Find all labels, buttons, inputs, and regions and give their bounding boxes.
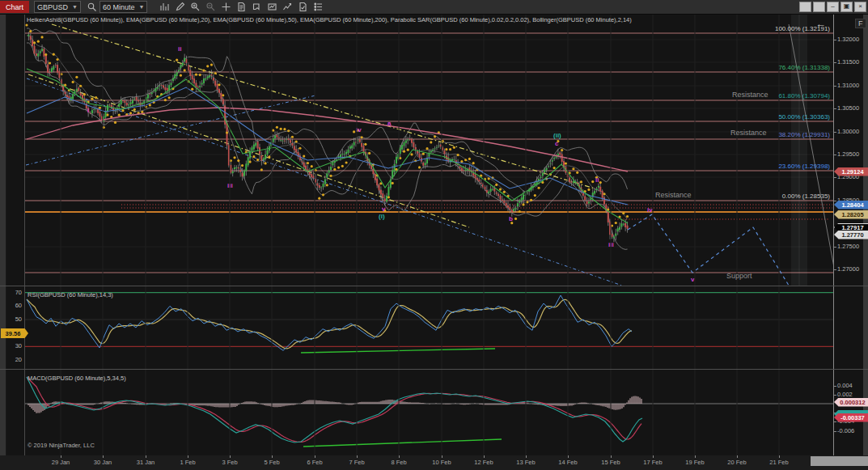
date-tick xyxy=(779,455,780,458)
chevron-down-icon: ▼ xyxy=(72,4,78,10)
elliott-wave-label: (ii) xyxy=(553,132,561,139)
date-label: 30 Jan xyxy=(94,459,112,466)
date-tick xyxy=(188,455,188,458)
panel-separator[interactable] xyxy=(0,369,868,370)
date-tick xyxy=(357,455,358,458)
axis-tick xyxy=(834,395,836,396)
axis-tick-label: 1.31500 xyxy=(837,58,859,66)
elliott-wave-label: iv xyxy=(647,206,653,214)
axis-tick xyxy=(834,86,836,87)
date-tick xyxy=(484,455,485,458)
fib-level-label: 76.40% (1.31338) xyxy=(778,64,830,71)
axis-tick xyxy=(834,62,836,63)
chart-canvas[interactable]: iiiiiiivav(i)bc(ii)iiiiiivv100.00% (1.32… xyxy=(0,14,868,470)
fixed-scale-button[interactable]: F xyxy=(855,19,866,28)
elliott-wave-label: ii xyxy=(595,176,599,184)
fib-level-label: 23.60% (1.29398) xyxy=(778,163,830,170)
axis-tick-label: 1.30500 xyxy=(837,104,859,112)
date-label: 29 Jan xyxy=(52,459,70,466)
axis-tick xyxy=(834,386,836,387)
trendline-icon[interactable] xyxy=(281,2,294,13)
axis-tick xyxy=(834,40,836,40)
date-tick xyxy=(568,455,569,458)
axis-tick xyxy=(834,269,836,270)
axis-tick xyxy=(834,177,836,178)
axis-tick xyxy=(834,155,836,155)
grid-button[interactable] xyxy=(813,2,825,12)
rsi-value-badge: 39.56 xyxy=(1,328,28,338)
edit-properties-icon[interactable] xyxy=(235,2,248,13)
price-badge: 1.27770 xyxy=(834,231,868,239)
date-tick xyxy=(272,455,273,458)
interval-selector[interactable]: 60 Minute ▼ xyxy=(100,1,147,13)
axis-tick xyxy=(834,132,836,133)
elliott-wave-label: (i) xyxy=(379,213,385,220)
time-axis[interactable]: 29 Jan30 Jan31 Jan1 Feb3 Feb5 Feb6 Feb7 … xyxy=(0,455,868,470)
instrument-search-icon[interactable] xyxy=(85,2,99,13)
price-badge: 1.28205 xyxy=(834,210,868,219)
axis-tick-label: 0.002 xyxy=(837,391,853,398)
price-badge: 1.28404 xyxy=(834,201,868,210)
price-badge: -0.00337 xyxy=(834,413,868,422)
axis-tick-label: 1.27000 xyxy=(837,265,859,273)
fib-level-label: 38.20% (1.29931) xyxy=(778,131,830,138)
date-tick xyxy=(399,455,400,458)
date-tick xyxy=(146,455,146,458)
date-tick xyxy=(442,455,442,458)
instrument-selector[interactable]: GBPUSD ▼ xyxy=(34,1,81,13)
date-label: 12 Feb xyxy=(474,459,493,466)
copyright-label: © 2019 NinjaTrader, LLC xyxy=(28,442,95,449)
elliott-wave-label: b xyxy=(509,215,513,222)
date-tick xyxy=(230,455,231,458)
zoom-in-icon[interactable] xyxy=(188,2,202,13)
scrollbar-grip[interactable] xyxy=(811,456,868,466)
tag-icon[interactable] xyxy=(250,2,264,13)
date-tick xyxy=(61,455,61,458)
date-label: 1 Feb xyxy=(180,459,195,466)
rsi-tick-label: 70 xyxy=(4,289,22,296)
panel-separator[interactable] xyxy=(0,286,868,286)
axis-tick-label: 0.004 xyxy=(837,382,853,389)
draw-tools-icon[interactable] xyxy=(173,2,187,13)
date-label: 31 Jan xyxy=(137,459,155,466)
date-label: 7 Feb xyxy=(349,459,364,466)
report-icon[interactable] xyxy=(296,2,310,13)
restore-button[interactable]: ▣ xyxy=(840,2,853,12)
date-label: 19 Feb xyxy=(685,459,704,466)
back-arrow-icon[interactable]: ← xyxy=(815,20,826,28)
zoom-out-icon[interactable] xyxy=(204,2,218,13)
close-button[interactable]: × xyxy=(854,2,866,12)
date-label: 5 Feb xyxy=(264,459,279,466)
date-label: 6 Feb xyxy=(307,459,322,466)
pin-button[interactable] xyxy=(799,2,811,12)
date-label: 8 Feb xyxy=(391,459,406,466)
axis-tick-label: 1.27500 xyxy=(837,243,859,250)
resistance-label: Resistance xyxy=(732,91,768,99)
date-tick xyxy=(526,455,527,458)
rsi-tick-label: 60 xyxy=(4,302,22,309)
rsi-tick-label: 50 xyxy=(4,315,22,323)
chart-trader-icon[interactable] xyxy=(265,2,279,13)
price-badge: 1.29124 xyxy=(834,167,868,176)
toolbar: Chart GBPUSD ▼ 60 Minute ▼ xyxy=(0,0,868,15)
date-tick xyxy=(611,455,612,458)
instrument-label: GBPUSD xyxy=(37,3,68,11)
chart-tab[interactable]: Chart xyxy=(0,1,29,13)
resistance-label: Resistance xyxy=(730,129,767,137)
price-axis[interactable]: 1.320001.315001.310001.305001.300001.295… xyxy=(834,14,863,455)
plot-left-border xyxy=(24,14,25,455)
macd-label: MACD(GBPUSD (60 Minute),5,34,5) xyxy=(28,375,126,382)
minimize-button[interactable]: – xyxy=(827,2,839,12)
elliott-wave-label: ii xyxy=(178,45,181,53)
date-label: 17 Feb xyxy=(643,459,662,466)
chart-window: Chart GBPUSD ▼ 60 Minute ▼ –▣× iiiiiiiva… xyxy=(0,0,868,470)
chart-style-icon[interactable] xyxy=(158,2,171,13)
date-label: 20 Feb xyxy=(727,459,746,466)
crosshair-icon[interactable] xyxy=(219,2,233,13)
date-label: 21 Feb xyxy=(769,459,788,466)
axis-tick xyxy=(834,431,836,432)
data-series-icon[interactable] xyxy=(311,2,325,13)
chevron-down-icon: ▼ xyxy=(139,4,145,10)
axis-tick xyxy=(834,421,836,422)
date-label: 13 Feb xyxy=(516,459,535,466)
